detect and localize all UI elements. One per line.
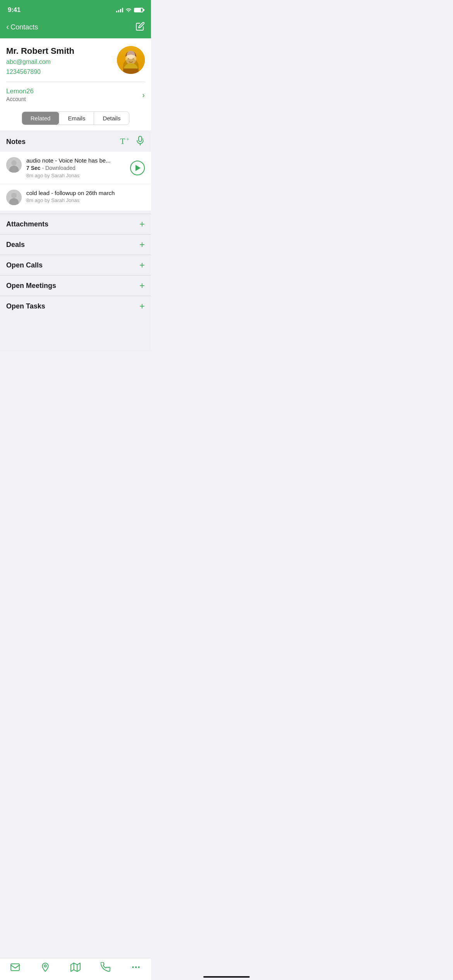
avatar [117,46,145,74]
svg-point-5 [132,58,134,59]
status-time: 9:41 [8,6,21,14]
open-calls-add-icon[interactable]: + [139,260,145,270]
contact-name: Mr. Robert Smith [6,46,112,56]
nav-title: Contacts [10,23,38,31]
open-meetings-section[interactable]: Open Meetings + [0,276,151,296]
note-title: audio note - Voice Note has be... [26,157,125,164]
play-icon [136,165,141,171]
account-row[interactable]: Lemon26 Account › [0,82,151,108]
open-meetings-add-icon[interactable]: + [139,281,145,290]
open-calls-section[interactable]: Open Calls + [0,255,151,275]
note-avatar [6,157,22,173]
svg-text:T: T [120,136,125,146]
svg-point-4 [128,58,129,59]
open-tasks-section[interactable]: Open Tasks + [0,296,151,316]
notes-actions: T + + [120,136,145,148]
note-item: cold lead - followup on 26th march 8m ag… [0,184,151,211]
svg-text:+: + [142,137,144,141]
note-meta: 8m ago by Sarah Jonas [26,173,125,178]
tab-details[interactable]: Details [94,112,129,125]
open-tasks-title: Open Tasks [6,302,45,310]
open-calls-title: Open Calls [6,261,43,269]
note-status: - Downloaded [42,165,75,171]
deals-add-icon[interactable]: + [139,240,145,249]
note-content: audio note - Voice Note has be... 7 Sec … [26,157,125,178]
svg-point-3 [125,52,136,65]
deals-title: Deals [6,241,25,249]
voice-add-icon[interactable]: + [136,136,145,148]
signal-icon [116,8,123,12]
open-tasks-add-icon[interactable]: + [139,302,145,311]
note-subtitle: 7 Sec - Downloaded [26,165,125,171]
deals-section[interactable]: Deals + [0,235,151,255]
notes-title: Notes [6,138,26,146]
tab-related[interactable]: Related [22,112,59,125]
contact-email[interactable]: abc@gmail.com [6,58,112,65]
account-chevron-icon: › [142,91,145,99]
note-play-button[interactable] [130,161,145,175]
contact-info: Mr. Robert Smith abc@gmail.com 123456789… [6,46,112,75]
svg-rect-8 [139,136,142,142]
attachments-title: Attachments [6,220,48,228]
note-content: cold lead - followup on 26th march 8m ag… [26,190,145,203]
tabs-container: Related Emails Details [0,108,151,130]
open-meetings-title: Open Meetings [6,282,56,290]
account-name: Lemon26 [6,87,34,95]
note-item: audio note - Voice Note has be... 7 Sec … [0,152,151,184]
wifi-icon [125,7,132,13]
attachments-section[interactable]: Attachments + [0,214,151,234]
svg-text:+: + [126,136,129,142]
battery-icon [134,8,143,12]
nav-bar: ‹ Contacts [0,19,151,38]
status-icons [116,7,143,13]
svg-point-2 [123,65,139,74]
contact-phone[interactable]: 1234567890 [6,69,112,75]
contact-header: Mr. Robert Smith abc@gmail.com 123456789… [0,38,151,82]
notes-card: audio note - Voice Note has be... 7 Sec … [0,152,151,211]
tab-emails[interactable]: Emails [59,112,94,125]
status-bar: 9:41 [0,0,151,19]
edit-button[interactable] [136,22,145,33]
note-duration: 7 Sec [26,165,41,171]
note-title: cold lead - followup on 26th march [26,190,145,196]
tabs-group: Related Emails Details [22,111,130,125]
back-chevron-icon: ‹ [6,22,9,32]
attachments-add-icon[interactable]: + [139,219,145,229]
svg-rect-1 [117,46,145,74]
notes-section: Notes T + + [0,130,151,211]
back-button[interactable]: ‹ Contacts [6,23,38,32]
avatar-image [117,46,145,74]
account-info: Lemon26 Account [6,87,34,102]
note-meta: 8m ago by Sarah Jonas [26,197,145,203]
note-avatar [6,190,22,205]
notes-header: Notes T + + [0,130,151,152]
account-label: Account [6,96,34,102]
content-area: Notes T + + [0,130,151,351]
text-add-icon[interactable]: T + [120,136,130,147]
